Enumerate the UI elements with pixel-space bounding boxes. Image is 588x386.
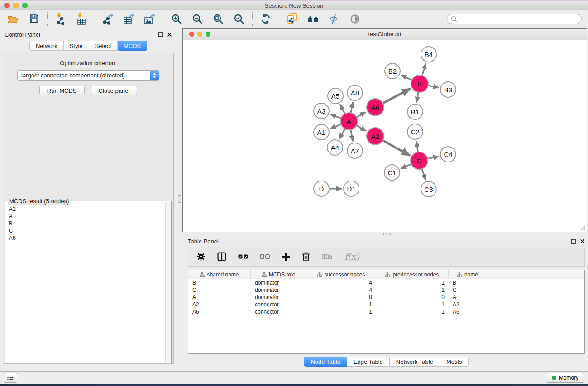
splitter-grip[interactable] [383,233,391,235]
table-cell[interactable]: A [188,294,251,301]
table-row[interactable]: Bdominator41B [188,279,584,286]
mcds-result-list[interactable]: A2ABCA6 [6,202,165,362]
graph-node-C2[interactable]: C2 [407,124,423,139]
tab-edge-table[interactable]: Edge Table [347,357,390,367]
network-graph[interactable]: AA1A2A3A4A5A6A7A8BB1B2B3B4CC1C2C3C4DD1 [183,40,587,232]
column-header-successor-nodes[interactable]: successor nodes [306,270,376,279]
table-settings-button[interactable] [196,252,206,261]
splitter-grip[interactable] [178,195,181,203]
refresh-layout-button[interactable] [257,11,274,27]
vertical-splitter[interactable] [177,28,182,371]
table-cell[interactable]: A2 [449,301,487,308]
tab-motifs[interactable]: Motifs [440,357,469,367]
graph-node-A7[interactable]: A7 [347,143,363,158]
table-cell[interactable]: B [188,279,251,286]
zoom-fit-button[interactable] [210,11,227,27]
table-cell[interactable]: 1 [376,286,449,294]
table-cell[interactable]: 4 [306,279,376,286]
select-all-columns-button[interactable] [238,254,248,259]
mcds-result-item[interactable]: A6 [9,234,165,242]
close-network-button[interactable] [189,32,194,37]
column-header-mcds-role[interactable]: MCDS role [251,270,306,279]
tab-select[interactable]: Select [89,41,118,51]
close-panel-button[interactable]: Close panel [91,86,138,95]
task-history-button[interactable] [4,373,17,383]
table-cell[interactable]: dominator [251,294,306,301]
graph-node-C3[interactable]: C3 [421,181,436,197]
network-canvas[interactable]: AA1A2A3A4A5A6A7A8BB1B2B3B4CC1C2C3C4DD1 [183,40,587,232]
open-session-button[interactable] [5,11,22,27]
table-cell[interactable]: 0 [376,294,449,301]
graph-node-B1[interactable]: B1 [407,104,423,119]
table-cell[interactable]: A6 [188,308,251,315]
close-window-button[interactable] [4,3,10,8]
float-panel-icon[interactable] [571,239,576,244]
zoom-selected-button[interactable] [230,11,248,27]
zoom-network-button[interactable] [206,32,210,37]
graph-node-A5[interactable]: A5 [328,88,343,104]
close-panel-icon[interactable] [580,239,585,244]
column-header-name[interactable]: name [449,270,487,279]
export-image-button[interactable] [141,11,158,27]
delete-table-button[interactable] [322,253,333,260]
table-cell[interactable]: connector [251,308,306,315]
float-panel-icon[interactable] [158,32,163,37]
export-network-button[interactable] [100,11,117,27]
graph-node-A8[interactable]: A8 [347,85,363,100]
table-cell[interactable]: 1 [376,279,449,286]
tab-mcds[interactable]: MCDS [118,41,147,51]
tab-style[interactable]: Style [64,41,89,51]
import-table-button[interactable] [73,11,90,27]
table-cell[interactable]: A2 [188,301,251,308]
table-cell[interactable]: 4 [306,286,376,294]
table-row[interactable]: Adominator80A [188,294,584,301]
mcds-result-scrollbar[interactable] [165,202,171,362]
table-cell[interactable]: B [449,279,487,286]
deselect-all-columns-button[interactable] [260,254,270,259]
criterion-dropdown[interactable]: largest connected component (directed) [17,70,159,81]
save-session-button[interactable] [25,11,43,27]
minimize-window-button[interactable] [13,3,19,8]
mcds-result-item[interactable]: B [9,220,165,227]
add-column-button[interactable] [282,253,290,261]
minimize-network-button[interactable] [197,32,202,37]
table-row[interactable]: Cdominator41C [188,286,584,294]
table-cell[interactable]: 8 [306,294,376,301]
graph-node-A1[interactable]: A1 [314,124,329,140]
graph-node-A4[interactable]: A4 [327,140,343,155]
tab-node-table[interactable]: Node Table [304,357,347,367]
graph-node-A6[interactable]: A6 [367,99,384,116]
zoom-in-button[interactable] [168,11,185,27]
graph-node-A[interactable]: A [340,113,358,130]
graph-node-C1[interactable]: C1 [384,165,400,180]
mcds-result-item[interactable]: A [9,213,165,220]
graph-node-A2[interactable]: A2 [367,128,384,145]
tab-network[interactable]: Network [29,41,64,51]
table-cell[interactable]: 1 [306,308,376,315]
table-cell[interactable]: A [449,294,487,301]
mcds-result-item[interactable]: A2 [9,205,165,213]
export-table-button[interactable] [120,11,138,27]
hide-panels-button[interactable] [325,11,343,27]
graph-node-A3[interactable]: A3 [314,103,329,119]
graph-node-B2[interactable]: B2 [385,63,400,79]
column-header-predecessor-nodes[interactable]: predecessor nodes [376,270,449,279]
close-panel-icon[interactable] [167,32,172,37]
import-network-button[interactable] [52,11,69,27]
show-panels-button[interactable] [346,11,363,27]
graph-node-B[interactable]: B [411,75,428,92]
memory-button[interactable]: Memory [546,373,584,383]
table-cell[interactable]: 1 [376,301,449,308]
resize-grip-icon[interactable] [579,224,586,231]
zoom-out-button[interactable] [189,11,206,27]
mcds-result-item[interactable]: C [9,227,165,234]
table-row[interactable]: A6connector11A6 [188,308,584,315]
graph-node-D1[interactable]: D1 [344,181,359,196]
horizontal-splitter[interactable] [182,232,588,236]
table-cell[interactable]: C [449,286,487,294]
network-window-titlebar[interactable]: testGlobe.txt [183,29,587,40]
table-row[interactable]: A2connector11A2 [188,301,584,308]
tab-network-table[interactable]: Network Table [390,357,440,367]
delete-column-button[interactable] [302,252,310,261]
graph-node-B4[interactable]: B4 [421,47,436,62]
